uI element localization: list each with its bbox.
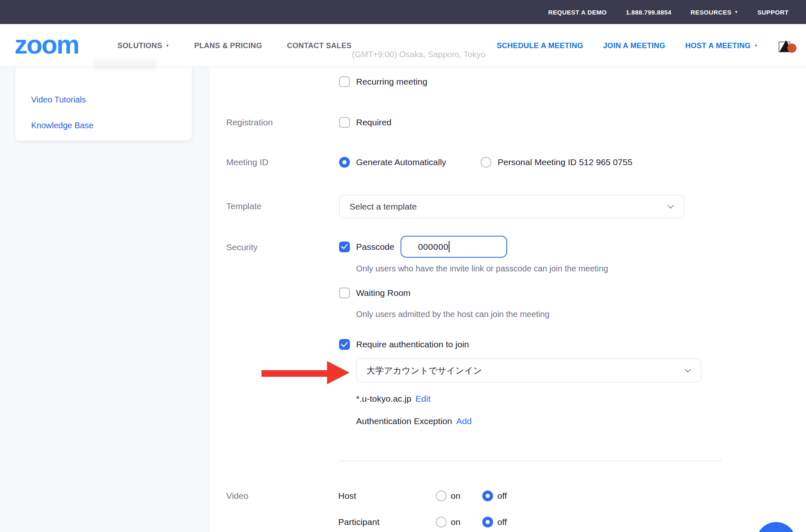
passcode-value: 000000	[418, 242, 448, 252]
host-a-meeting-label: HOST A MEETING	[685, 41, 751, 50]
passcode-label[interactable]: Passcode	[356, 242, 394, 252]
meeting-id-generate-row: Generate Automatically	[339, 157, 446, 168]
schedule-a-meeting-link[interactable]: SCHEDULE A MEETING	[497, 41, 583, 50]
waiting-room-checkbox[interactable]	[339, 288, 350, 298]
passcode-row: Passcode 000000	[339, 236, 507, 258]
chevron-down-icon: ▼	[734, 10, 738, 14]
host-a-meeting-menu[interactable]: HOST A MEETING ▼	[685, 41, 758, 50]
personal-meeting-id-radio[interactable]	[481, 157, 491, 168]
host-video-off-label[interactable]: off	[497, 491, 507, 501]
template-select[interactable]: Select a template	[339, 195, 684, 218]
chevron-down-icon	[667, 205, 674, 209]
auth-exception-line: Authentication Exception Add	[356, 416, 472, 426]
zoom-schedule-meeting-page: REQUEST A DEMO 1.888.799.8854 RESOURCES …	[0, 0, 806, 532]
participant-video-off-radio[interactable]	[482, 517, 493, 527]
passcode-help-text: Only users who have the invite link or p…	[356, 264, 608, 273]
registration-section-label: Registration	[226, 117, 273, 127]
registration-required-checkbox[interactable]	[339, 117, 350, 128]
host-video-off-radio[interactable]	[482, 491, 493, 501]
video-participant-label: Participant	[338, 517, 436, 527]
left-background-column: Video Tutorials Knowledge Base	[0, 24, 210, 532]
auth-domain-edit-link[interactable]: Edit	[415, 394, 430, 404]
recurring-meeting-label[interactable]: Recurring meeting	[356, 77, 427, 87]
help-chat-button[interactable]	[756, 522, 796, 532]
registration-required-row: Required	[339, 117, 391, 128]
meeting-id-section-label: Meeting ID	[226, 157, 269, 167]
main-nav: SOLUTIONS ▼ PLANS & PRICING CONTACT SALE…	[117, 24, 352, 67]
security-section-label: Security	[226, 242, 258, 252]
require-auth-label[interactable]: Require authentication to join	[356, 339, 469, 349]
personal-meeting-id-label[interactable]: Personal Meeting ID 512 965 0755	[498, 157, 633, 167]
meeting-id-personal-row: Personal Meeting ID 512 965 0755	[481, 157, 633, 168]
text-cursor	[449, 241, 449, 252]
section-divider	[338, 461, 722, 461]
video-section-label: Video	[226, 491, 248, 501]
recurring-meeting-row: Recurring meeting	[339, 76, 427, 87]
participant-video-off-label[interactable]: off	[497, 517, 507, 527]
generate-automatically-label[interactable]: Generate Automatically	[356, 157, 446, 167]
video-participant-row: Participant on off	[338, 517, 507, 527]
passcode-checkbox[interactable]	[339, 242, 350, 252]
host-video-on-radio[interactable]	[436, 491, 447, 501]
resources-label: RESOURCES	[691, 9, 732, 16]
nav-solutions-label: SOLUTIONS	[117, 41, 162, 50]
auth-domain-value: *.u-tokyo.ac.jp	[356, 394, 411, 404]
require-auth-row: Require authentication to join	[339, 339, 469, 350]
generate-automatically-radio[interactable]	[339, 157, 350, 168]
waiting-room-help-text: Only users admitted by the host can join…	[356, 310, 550, 319]
nav-plans-pricing[interactable]: PLANS & PRICING	[194, 41, 262, 50]
site-header: (GMT+9:00) Osaka, Sapporo, Tokyo zoom SO…	[0, 24, 806, 67]
host-video-on-label[interactable]: on	[451, 491, 460, 501]
nav-solutions[interactable]: SOLUTIONS ▼	[117, 41, 169, 50]
auth-exception-label: Authentication Exception	[356, 416, 452, 426]
sidebar-item-video-tutorials[interactable]: Video Tutorials	[31, 95, 86, 105]
auth-exception-add-link[interactable]: Add	[456, 416, 471, 426]
waiting-room-row: Waiting Room	[339, 288, 410, 298]
video-host-label: Host	[338, 491, 436, 501]
profile-avatar[interactable]	[778, 37, 797, 54]
passcode-input[interactable]: 000000	[401, 236, 507, 258]
chevron-down-icon	[684, 368, 691, 373]
auth-domain-line: *.u-tokyo.ac.jp Edit	[356, 394, 430, 404]
header-actions: SCHEDULE A MEETING JOIN A MEETING HOST A…	[497, 24, 797, 67]
resources-menu[interactable]: RESOURCES ▼	[691, 9, 738, 16]
require-auth-checkbox[interactable]	[339, 339, 350, 350]
auth-method-value: 大学アカウントでサインイン	[366, 365, 482, 376]
recurring-meeting-checkbox[interactable]	[339, 76, 350, 87]
top-utility-bar: REQUEST A DEMO 1.888.799.8854 RESOURCES …	[0, 0, 806, 24]
participant-video-on-radio[interactable]	[436, 517, 447, 527]
join-a-meeting-link[interactable]: JOIN A MEETING	[603, 41, 665, 50]
video-host-row: Host on off	[338, 491, 507, 501]
red-arrow-annotation	[261, 359, 350, 386]
checkmark-icon	[341, 342, 348, 347]
phone-number-link[interactable]: 1.888.799.8854	[626, 9, 672, 16]
zoom-logo[interactable]: zoom	[15, 31, 78, 57]
nav-contact-sales[interactable]: CONTACT SALES	[287, 41, 352, 50]
support-link[interactable]: SUPPORT	[757, 9, 789, 16]
chevron-down-icon: ▼	[166, 44, 169, 48]
request-demo-link[interactable]: REQUEST A DEMO	[548, 9, 607, 16]
waiting-room-label[interactable]: Waiting Room	[356, 288, 410, 298]
sidebar-item-knowledge-base[interactable]: Knowledge Base	[31, 121, 93, 130]
template-section-label: Template	[226, 201, 261, 211]
template-select-value: Select a template	[349, 202, 417, 212]
auth-method-select[interactable]: 大学アカウントでサインイン	[356, 359, 701, 382]
chevron-down-icon: ▼	[754, 44, 758, 48]
participant-video-on-label[interactable]: on	[451, 517, 460, 527]
registration-required-label[interactable]: Required	[356, 117, 391, 127]
checkmark-icon	[341, 244, 348, 249]
